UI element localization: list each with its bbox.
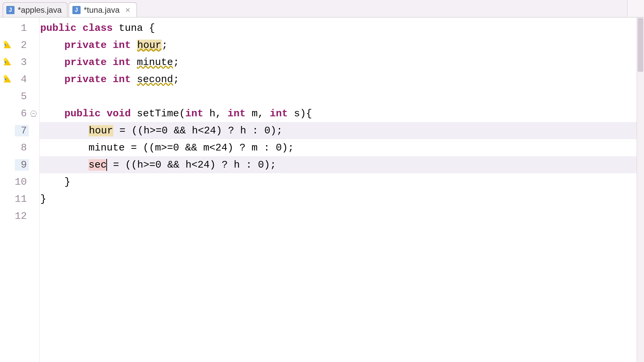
code-line: sec = ((h>=0 && h<24) ? h : 0); bbox=[40, 156, 644, 173]
code-line: hour = ((h>=0 && h<24) ? h : 0); bbox=[40, 122, 644, 139]
code-line: private int minute; bbox=[40, 54, 644, 71]
code-line: public class tuna { bbox=[40, 19, 644, 37]
tab-label: *tuna.java bbox=[84, 5, 120, 15]
line-number: 12 bbox=[15, 210, 29, 222]
code-line: public void setTime(int h, int m, int s)… bbox=[40, 105, 644, 122]
tab-tuna[interactable]: J *tuna.java bbox=[69, 2, 137, 17]
code-line: } bbox=[40, 190, 644, 207]
line-number: 1 bbox=[15, 22, 29, 34]
code-line: private int hour; bbox=[40, 37, 644, 54]
code-line bbox=[40, 207, 644, 225]
line-number: 4 bbox=[15, 74, 29, 85]
code-line: private int second; bbox=[40, 71, 644, 88]
java-file-icon: J bbox=[6, 6, 14, 14]
tab-bar: J *apples.java J *tuna.java bbox=[0, 0, 644, 17]
tab-bar-corner bbox=[627, 0, 644, 17]
line-number: 3 bbox=[15, 57, 29, 68]
warning-icon[interactable] bbox=[4, 59, 11, 66]
line-number: 6 bbox=[15, 108, 29, 119]
line-number: 10 bbox=[15, 176, 29, 188]
line-number: 8 bbox=[15, 142, 29, 154]
warning-icon[interactable] bbox=[4, 42, 11, 49]
editor: 1 2 3 4 5 6− 7 8 9 10 11 12 public class… bbox=[0, 17, 644, 362]
scroll-thumb[interactable] bbox=[638, 18, 643, 72]
code-line: } bbox=[40, 173, 644, 190]
line-number: 7 bbox=[15, 125, 29, 136]
close-icon[interactable] bbox=[124, 7, 131, 13]
gutter[interactable]: 1 2 3 4 5 6− 7 8 9 10 11 12 bbox=[0, 17, 40, 362]
tab-apples[interactable]: J *apples.java bbox=[3, 2, 67, 17]
fold-toggle-icon[interactable]: − bbox=[31, 111, 37, 117]
line-number: 9 bbox=[15, 159, 29, 171]
code-line: minute = ((m>=0 && m<24) ? m : 0); bbox=[40, 139, 644, 156]
code-area[interactable]: public class tuna { private int hour; pr… bbox=[40, 17, 644, 362]
warning-icon[interactable] bbox=[4, 76, 11, 83]
code-line bbox=[40, 88, 644, 105]
line-number: 5 bbox=[15, 91, 29, 102]
line-number: 11 bbox=[15, 193, 29, 205]
tab-label: *apples.java bbox=[18, 5, 62, 15]
line-number: 2 bbox=[15, 40, 29, 51]
java-file-icon: J bbox=[72, 6, 80, 14]
vertical-scrollbar[interactable] bbox=[637, 17, 644, 362]
